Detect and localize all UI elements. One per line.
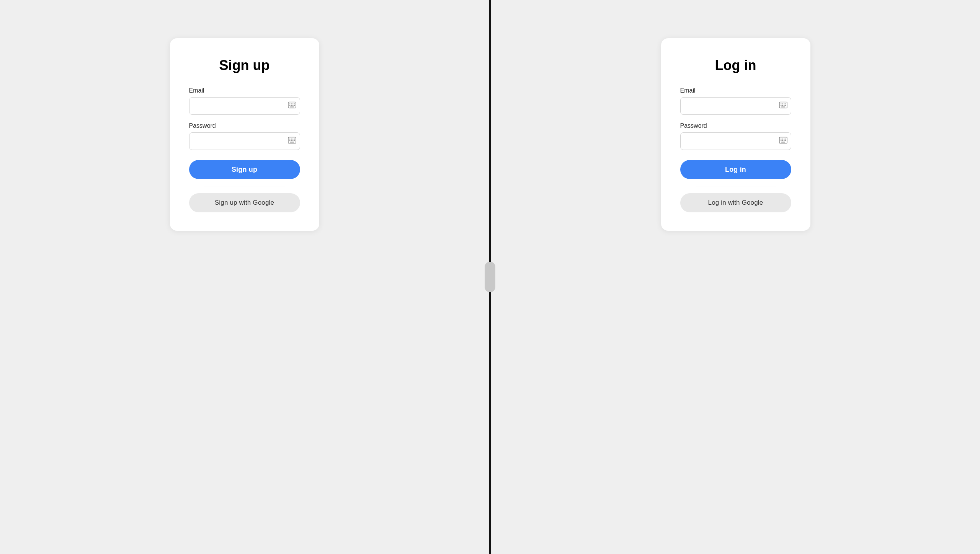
signup-password-wrapper [189, 132, 300, 150]
signup-email-wrapper [189, 97, 300, 115]
signup-password-field-group: Password [189, 122, 300, 150]
login-button[interactable]: Log in [680, 160, 791, 179]
login-title: Log in [680, 57, 791, 73]
signup-password-input[interactable] [189, 132, 300, 150]
center-divider [489, 0, 491, 554]
signup-title: Sign up [189, 57, 300, 73]
signup-divider [204, 186, 285, 186]
signup-password-label: Password [189, 122, 300, 129]
login-divider [696, 186, 776, 186]
signup-google-button[interactable]: Sign up with Google [189, 193, 300, 212]
login-email-field-group: Email [680, 87, 791, 115]
login-password-field-group: Password [680, 122, 791, 150]
login-google-button[interactable]: Log in with Google [680, 193, 791, 212]
login-password-label: Password [680, 122, 791, 129]
signup-panel: Sign up Email [0, 0, 489, 554]
signup-email-field-group: Email [189, 87, 300, 115]
signup-card: Sign up Email [170, 38, 319, 231]
login-email-input[interactable] [680, 97, 791, 115]
signup-email-label: Email [189, 87, 300, 94]
signup-button[interactable]: Sign up [189, 160, 300, 179]
login-panel: Log in Email [491, 0, 980, 554]
login-password-input[interactable] [680, 132, 791, 150]
login-password-wrapper [680, 132, 791, 150]
login-card: Log in Email [661, 38, 810, 231]
login-email-label: Email [680, 87, 791, 94]
login-email-wrapper [680, 97, 791, 115]
signup-email-input[interactable] [189, 97, 300, 115]
